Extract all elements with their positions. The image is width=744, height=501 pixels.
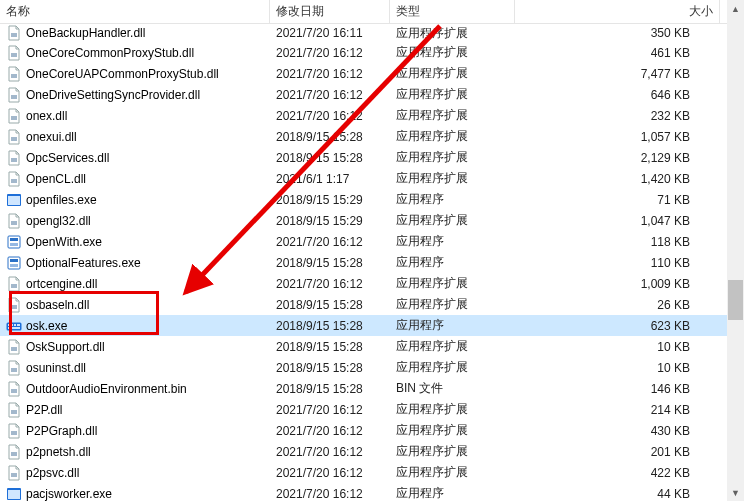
file-type-cell: 应用程序扩展 (390, 422, 515, 439)
file-type-cell: 应用程序 (390, 191, 515, 208)
file-row[interactable]: osuninst.dll2018/9/15 15:28应用程序扩展10 KB (0, 357, 744, 378)
column-header-type[interactable]: 类型 (390, 0, 515, 24)
file-row[interactable]: OptionalFeatures.exe2018/9/15 15:28应用程序1… (0, 252, 744, 273)
dll-icon (6, 423, 22, 439)
file-name-cell: p2psvc.dll (0, 465, 270, 481)
file-name-cell: p2pnetsh.dll (0, 444, 270, 460)
file-row[interactable]: pacjsworker.exe2021/7/20 16:12应用程序44 KB (0, 483, 744, 501)
svg-rect-21 (11, 324, 13, 326)
file-date-cell: 2021/7/20 16:12 (270, 424, 390, 438)
file-date-cell: 2018/9/15 15:29 (270, 193, 390, 207)
file-name-label: OneCoreUAPCommonProxyStub.dll (26, 67, 219, 81)
column-header-name[interactable]: 名称 (0, 0, 270, 24)
file-size-cell: 232 KB (515, 109, 720, 123)
file-size-cell: 110 KB (515, 256, 720, 270)
file-type-cell: BIN 文件 (390, 380, 515, 397)
file-size-cell: 71 KB (515, 193, 720, 207)
file-row[interactable]: OneBackupHandler.dll2021/7/20 16:11应用程序扩… (0, 24, 744, 42)
svg-rect-9 (8, 196, 20, 205)
file-row[interactable]: OpcServices.dll2018/9/15 15:28应用程序扩展2,12… (0, 147, 744, 168)
file-date-cell: 2021/7/20 16:12 (270, 109, 390, 123)
dll-icon (6, 108, 22, 124)
svg-rect-13 (10, 243, 18, 246)
file-name-label: openfiles.exe (26, 193, 97, 207)
vertical-scrollbar[interactable]: ▲ ▼ (727, 0, 744, 501)
file-name-label: pacjsworker.exe (26, 487, 112, 501)
file-row[interactable]: OneCoreCommonProxyStub.dll2021/7/20 16:1… (0, 42, 744, 63)
file-name-label: P2P.dll (26, 403, 62, 417)
file-row[interactable]: ortcengine.dll2021/7/20 16:12应用程序扩展1,009… (0, 273, 744, 294)
file-name-cell: osbaseln.dll (0, 297, 270, 313)
file-size-cell: 646 KB (515, 88, 720, 102)
file-row[interactable]: osk.exe2018/9/15 15:28应用程序623 KB (0, 315, 744, 336)
file-row[interactable]: OneCoreUAPCommonProxyStub.dll2021/7/20 1… (0, 63, 744, 84)
file-date-cell: 2021/7/20 16:12 (270, 487, 390, 501)
file-date-cell: 2018/9/15 15:28 (270, 151, 390, 165)
column-header-date[interactable]: 修改日期 (270, 0, 390, 24)
file-size-cell: 118 KB (515, 235, 720, 249)
svg-rect-2 (11, 74, 17, 78)
file-list: OneBackupHandler.dll2021/7/20 16:11应用程序扩… (0, 24, 744, 501)
file-date-cell: 2021/7/20 16:12 (270, 277, 390, 291)
file-date-cell: 2021/7/20 16:11 (270, 26, 390, 40)
svg-rect-16 (10, 264, 18, 267)
file-row[interactable]: OneDriveSettingSyncProvider.dll2021/7/20… (0, 84, 744, 105)
file-name-label: OskSupport.dll (26, 340, 105, 354)
scroll-thumb[interactable] (728, 280, 743, 320)
file-size-cell: 26 KB (515, 298, 720, 312)
file-row[interactable]: onex.dll2021/7/20 16:12应用程序扩展232 KB (0, 105, 744, 126)
bin-icon (6, 381, 22, 397)
file-name-label: OptionalFeatures.exe (26, 256, 141, 270)
file-row[interactable]: osbaseln.dll2018/9/15 15:28应用程序扩展26 KB (0, 294, 744, 315)
file-row[interactable]: p2pnetsh.dll2021/7/20 16:12应用程序扩展201 KB (0, 441, 744, 462)
file-date-cell: 2018/9/15 15:28 (270, 298, 390, 312)
file-date-cell: 2021/7/20 16:12 (270, 403, 390, 417)
file-date-cell: 2021/7/20 16:12 (270, 466, 390, 480)
column-header-size[interactable]: 大小 (515, 0, 720, 24)
dll-icon (6, 171, 22, 187)
file-type-cell: 应用程序 (390, 485, 515, 501)
file-name-cell: OpenWith.exe (0, 234, 270, 250)
file-type-cell: 应用程序扩展 (390, 65, 515, 82)
svg-rect-0 (11, 33, 17, 37)
file-size-cell: 201 KB (515, 445, 720, 459)
file-name-cell: OneDriveSettingSyncProvider.dll (0, 87, 270, 103)
scroll-down-button[interactable]: ▼ (727, 484, 744, 501)
file-date-cell: 2021/7/20 16:12 (270, 445, 390, 459)
file-row[interactable]: P2P.dll2021/7/20 16:12应用程序扩展214 KB (0, 399, 744, 420)
column-header-row: 名称 修改日期 类型 大小 (0, 0, 744, 24)
svg-rect-20 (8, 324, 10, 326)
file-name-label: OneDriveSettingSyncProvider.dll (26, 88, 200, 102)
file-row[interactable]: OskSupport.dll2018/9/15 15:28应用程序扩展10 KB (0, 336, 744, 357)
file-type-cell: 应用程序扩展 (390, 212, 515, 229)
file-row[interactable]: OpenWith.exe2021/7/20 16:12应用程序118 KB (0, 231, 744, 252)
svg-rect-18 (11, 305, 17, 309)
file-name-cell: P2PGraph.dll (0, 423, 270, 439)
file-size-cell: 214 KB (515, 403, 720, 417)
file-size-cell: 350 KB (515, 26, 720, 40)
svg-rect-26 (11, 368, 17, 372)
file-row[interactable]: OpenCL.dll2021/6/1 1:17应用程序扩展1,420 KB (0, 168, 744, 189)
exe_box-icon (6, 255, 22, 271)
file-row[interactable]: onexui.dll2018/9/15 15:28应用程序扩展1,057 KB (0, 126, 744, 147)
exe_keyboard-icon (6, 318, 22, 334)
file-row[interactable]: opengl32.dll2018/9/15 15:29应用程序扩展1,047 K… (0, 210, 744, 231)
file-name-label: onex.dll (26, 109, 67, 123)
svg-rect-14 (8, 257, 20, 269)
scroll-up-button[interactable]: ▲ (727, 0, 744, 17)
file-row[interactable]: P2PGraph.dll2021/7/20 16:12应用程序扩展430 KB (0, 420, 744, 441)
dll-icon (6, 45, 22, 61)
file-date-cell: 2021/7/20 16:12 (270, 88, 390, 102)
file-row[interactable]: openfiles.exe2018/9/15 15:29应用程序71 KB (0, 189, 744, 210)
file-date-cell: 2021/7/20 16:12 (270, 67, 390, 81)
file-size-cell: 10 KB (515, 340, 720, 354)
file-name-cell: OutdoorAudioEnvironment.bin (0, 381, 270, 397)
file-size-cell: 461 KB (515, 46, 720, 60)
file-size-cell: 10 KB (515, 361, 720, 375)
file-row[interactable]: p2psvc.dll2021/7/20 16:12应用程序扩展422 KB (0, 462, 744, 483)
file-name-label: OneCoreCommonProxyStub.dll (26, 46, 194, 60)
dll-icon (6, 129, 22, 145)
file-row[interactable]: OutdoorAudioEnvironment.bin2018/9/15 15:… (0, 378, 744, 399)
file-type-cell: 应用程序扩展 (390, 401, 515, 418)
svg-rect-22 (14, 324, 16, 326)
